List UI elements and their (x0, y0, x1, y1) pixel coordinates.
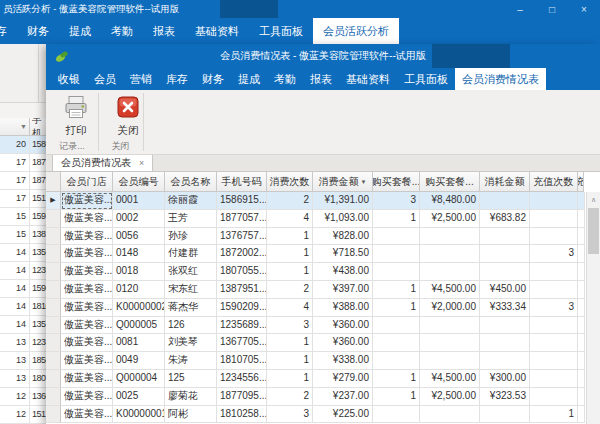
grid-cell[interactable]: 1 (530, 406, 578, 424)
grid-cell[interactable]: 1235689... (217, 317, 267, 335)
grid-cell[interactable] (373, 245, 420, 263)
grid-cell[interactable] (530, 388, 578, 406)
parent-menu-item-考勤[interactable]: 考勤 (101, 18, 143, 44)
count-cell[interactable]: 12 (0, 388, 30, 405)
grid-cell[interactable]: 1877095... (217, 388, 267, 406)
count-cell[interactable]: 15 (0, 208, 30, 225)
grid-cell[interactable]: 2 (267, 192, 313, 210)
grid-cell[interactable]: ¥300.00 (480, 370, 530, 388)
grid-cell[interactable] (578, 210, 585, 228)
table-row[interactable]: 傲蓝美容...0056孙珍1376757...1¥828.00 (46, 228, 600, 246)
grid-cell[interactable]: 1367705... (217, 334, 267, 352)
count-cell[interactable]: 14 (0, 280, 30, 297)
grid-cell[interactable] (420, 317, 480, 335)
grid-cell[interactable] (480, 263, 530, 281)
table-row[interactable]: 傲蓝美容...K00000001阿彬1810258...3¥225.001 (46, 406, 600, 424)
grid-cell[interactable]: 傲蓝美容... (61, 370, 113, 388)
grid-cell[interactable] (530, 370, 578, 388)
grid-cell[interactable]: 2 (267, 281, 313, 299)
background-table-row[interactable]: 1215179 (0, 406, 48, 424)
parent-menu-item-报表[interactable]: 报表 (143, 18, 185, 44)
background-table-row[interactable]: 1312345 (0, 334, 48, 352)
grid-cell[interactable] (480, 334, 530, 352)
grid-cell[interactable]: 0025 (113, 388, 165, 406)
count-cell[interactable]: 13 (0, 370, 30, 387)
background-table-row[interactable]: 1718720 (0, 172, 48, 190)
grid-cell[interactable]: 1387951... (217, 281, 267, 299)
minimize-button[interactable]: – (504, 0, 536, 18)
grid-cell[interactable]: 傲蓝美容... (61, 352, 113, 370)
grid-cell[interactable]: ¥397.00 (313, 281, 373, 299)
report-menu-item-会员消费情况表[interactable]: 会员消费情况表 (455, 68, 546, 90)
grid-cell[interactable]: 1810258... (217, 406, 267, 424)
background-table-row[interactable]: 2015869 (0, 136, 48, 154)
column-header-5[interactable]: 消费次数 (267, 172, 313, 192)
grid-cell[interactable]: 0120 (113, 281, 165, 299)
background-table-row[interactable]: 1412356 (0, 262, 48, 280)
column-header-6[interactable]: 消费金额▼ (313, 172, 373, 192)
grid-cell[interactable]: 1872002... (217, 245, 267, 263)
grid-cell[interactable]: 徐丽霞 (165, 192, 217, 210)
grid-cell[interactable]: ¥8,480.00 (420, 192, 480, 210)
grid-cell[interactable]: ¥1,093.00 (313, 210, 373, 228)
grid-cell[interactable] (578, 192, 585, 210)
grid-cell[interactable]: ¥718.50 (313, 245, 373, 263)
table-row[interactable]: 傲蓝美容...0025廖菊花1877095...2¥237.001¥2,500.… (46, 388, 600, 406)
grid-cell[interactable]: 张双红 (165, 263, 217, 281)
grid-cell[interactable] (578, 228, 585, 246)
grid-cell[interactable]: ¥450.00 (480, 281, 530, 299)
grid-cell[interactable]: Q000005 (113, 317, 165, 335)
count-cell[interactable]: 14 (0, 298, 30, 315)
column-header-2[interactable]: 会员编号 (113, 172, 165, 192)
count-cell[interactable]: 20 (0, 136, 30, 153)
grid-cell[interactable]: 1810705... (217, 352, 267, 370)
table-row[interactable]: ▶傲蓝美容...0001徐丽霞1586915...2¥1,391.003¥8,4… (46, 192, 600, 210)
grid-cell[interactable] (530, 317, 578, 335)
grid-cell[interactable]: 傲蓝美容... (61, 281, 113, 299)
grid-cell[interactable]: 1 (267, 334, 313, 352)
grid-cell[interactable]: 1586915... (217, 192, 267, 210)
grid-cell[interactable]: 付建群 (165, 245, 217, 263)
grid-cell[interactable]: 傲蓝美容... (61, 210, 113, 228)
grid-cell[interactable]: Q000004 (113, 370, 165, 388)
report-menu-item-报表[interactable]: 报表 (303, 68, 339, 90)
grid-cell[interactable] (420, 245, 480, 263)
grid-cell[interactable] (578, 406, 585, 424)
grid-cell[interactable]: 0056 (113, 228, 165, 246)
report-menu-item-库存[interactable]: 库存 (159, 68, 195, 90)
grid-cell[interactable] (530, 210, 578, 228)
grid-cell[interactable]: ¥4,500.00 (420, 281, 480, 299)
column-header-11[interactable]: 充 (578, 172, 584, 192)
count-cell[interactable]: 17 (0, 154, 30, 171)
grid-cell[interactable]: 1376757... (217, 228, 267, 246)
column-header-3[interactable]: 会员名称 (165, 172, 217, 192)
column-header-9[interactable]: 消耗金额 (480, 172, 530, 192)
count-cell[interactable]: 14 (0, 262, 30, 279)
grid-cell[interactable]: 0018 (113, 263, 165, 281)
grid-cell[interactable]: ¥360.00 (313, 317, 373, 335)
count-cell[interactable]: 12 (0, 406, 30, 423)
grid-cell[interactable] (578, 352, 585, 370)
table-row[interactable]: 傲蓝美容...Q0000041251234556...1¥279.001¥4,5… (46, 370, 600, 388)
parent-menu-item-会员活跃分析[interactable]: 会员活跃分析 (313, 18, 399, 44)
table-row[interactable]: 傲蓝美容...0120宋东红1387951...2¥397.001¥4,500.… (46, 281, 600, 299)
grid-cell[interactable]: 1 (373, 281, 420, 299)
grid-cell[interactable]: 3 (373, 192, 420, 210)
grid-cell[interactable]: 王芳 (165, 210, 217, 228)
count-cell[interactable]: 14 (0, 244, 30, 261)
grid-cell[interactable]: K00000001 (113, 406, 165, 424)
table-row[interactable]: 傲蓝美容...Q0000051261235689...3¥360.00 (46, 317, 600, 335)
background-table-row[interactable]: 1413556 (0, 244, 48, 262)
background-table-row[interactable]: 1718770 (0, 154, 48, 172)
grid-cell[interactable] (578, 388, 585, 406)
count-cell[interactable]: 17 (0, 172, 30, 189)
grid-cell[interactable]: 傲蓝美容... (61, 406, 113, 424)
background-table-row[interactable]: 1213600 (0, 388, 48, 406)
grid-cell[interactable]: 3 (530, 245, 578, 263)
grid-cell[interactable] (530, 263, 578, 281)
report-menu-item-基础资料[interactable]: 基础资料 (339, 68, 397, 90)
grid-cell[interactable] (480, 406, 530, 424)
table-row[interactable]: 傲蓝美容...0049朱涛1810705...1¥338.00 (46, 352, 600, 370)
parent-menu-item-财务[interactable]: 财务 (17, 18, 59, 44)
close-window-button[interactable]: × (568, 0, 600, 18)
